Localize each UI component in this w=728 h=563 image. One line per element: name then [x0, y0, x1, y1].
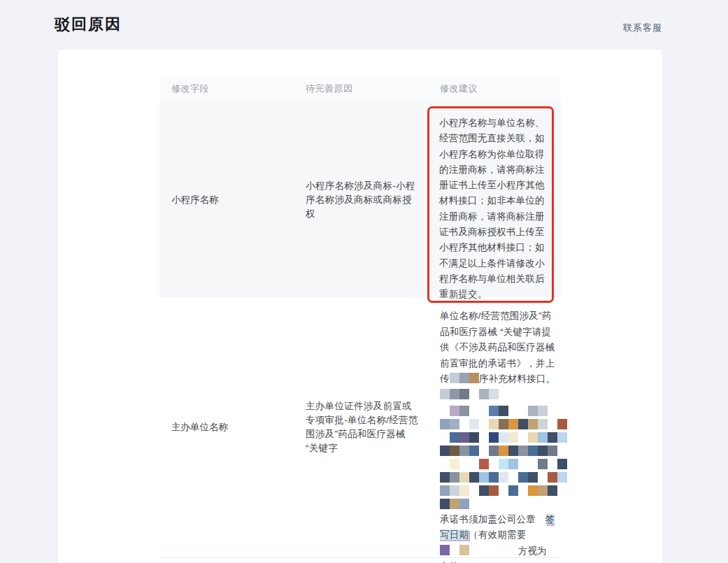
header-pending-reason: 待完善原因 [294, 83, 428, 95]
suggestion-segment: 承诺书须加盖公司公章 [440, 514, 545, 525]
reason-text: 小程序名称涉及商标-小程序名称涉及商标或商标授权 [306, 179, 420, 221]
table-row-sponsor-name: 主办单位名称 主办单位证件涉及前置或专项审批-单位名称/经营范围涉及”药品和医疗… [159, 297, 561, 558]
reason-cell: 小程序名称涉及商标-小程序名称涉及商标或商标授权 [294, 102, 428, 297]
header-suggestion: 修改建议 [428, 83, 561, 95]
suggestion-text: 承诺书须加盖公司公章 签写日期（有效期需要 方视为有效。 [440, 512, 556, 563]
header-modify-field: 修改字段 [159, 83, 294, 95]
censored-blur [440, 545, 508, 555]
field-name-cell: 主办单位名称 [159, 297, 294, 557]
field-name-cell: 小程序名称 [159, 102, 294, 297]
page-title: 驳回原因 [55, 14, 122, 35]
table-header-row: 修改字段 待完善原因 修改建议 [159, 76, 561, 102]
censored-blur [450, 373, 479, 383]
field-name-text: 主办单位名称 [171, 421, 228, 434]
suggestion-text: 小程序名称与单位名称、经营范围无直接关联，如小程序名称为你单位取得的注册商标，请… [439, 115, 545, 303]
field-name-text: 小程序名称 [171, 194, 219, 206]
highlight-annotation-box: 小程序名称与单位名称、经营范围无直接关联，如小程序名称为你单位取得的注册商标，请… [427, 106, 554, 303]
suggestion-text: 单位名称/经营范围涉及”药品和医疗器械 “关键字请提供《不涉及药品和医疗器械前置… [440, 308, 556, 404]
suggestion-segment: 序补充材料接口。 [479, 373, 556, 384]
rejection-table: 修改字段 待完善原因 修改建议 小程序名称 小程序名称涉及商标-小程序名称涉及商… [159, 76, 561, 558]
censored-mosaic-region [440, 406, 556, 509]
reason-text: 主办单位证件涉及前置或专项审批-单位名称/经营范围涉及”药品和医疗器械 “关键字 [306, 399, 420, 455]
suggestion-cell: 单位名称/经营范围涉及”药品和医疗器械 “关键字请提供《不涉及药品和医疗器械前置… [428, 297, 561, 557]
reason-cell: 主办单位证件涉及前置或专项审批-单位名称/经营范围涉及”药品和医疗器械 “关键字 [294, 297, 428, 557]
contact-support-link[interactable]: 联系客服 [623, 22, 662, 34]
censored-blur [440, 389, 499, 399]
suggestion-segment: （有效期需要 [469, 529, 526, 540]
content-card: 修改字段 待完善原因 修改建议 小程序名称 小程序名称涉及商标-小程序名称涉及商… [58, 50, 662, 563]
table-row-miniprogram-name: 小程序名称 小程序名称涉及商标-小程序名称涉及商标或商标授权 小程序名称与单位名… [159, 102, 561, 297]
